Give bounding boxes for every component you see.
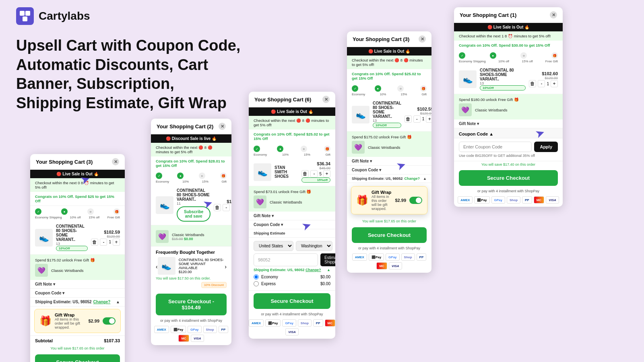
cart1-countdown: Checkout within the next 0 8 ⏰ minutes t… [30, 178, 125, 192]
cart5-coupon-section: Apply Use code BIG35OFF to GET additiona… [454, 138, 563, 161]
cart1-gift-note[interactable]: Gift Note ▾ [30, 280, 125, 289]
gift-icon: 🎁 [39, 315, 52, 327]
hero-title: Upsell Cart with Coupon Code, Automatic … [16, 36, 242, 113]
cart4-close[interactable]: ✕ [419, 35, 426, 43]
subscribe-btn[interactable]: Subscribe and save [177, 206, 211, 222]
trash-btn3[interactable]: 🗑 [301, 170, 309, 177]
step4: 🎁 [114, 208, 120, 215]
cart3-progress: ✓ ● ○ 🎁 Economy 10% 15% Gift [249, 143, 335, 158]
cart4-upsell: Spend $175.02 unlock Free Gift 🎁 💜 Class… [347, 132, 431, 157]
visa2: VISA [191, 335, 204, 342]
step1: ✓ [35, 208, 41, 215]
cart1-item: 👟 CONTINENTAL 80 SHOES-SOME VARIANT.. 13… [30, 221, 125, 255]
cart2-progress: ✓ ● ○ 🎁 Economy 10% 15% Gift [151, 170, 231, 185]
zip-input[interactable] [254, 253, 318, 266]
qty-minus3[interactable]: - [310, 170, 318, 177]
pp2: PP [219, 326, 229, 333]
cart2-live-banner: 🔴 Discount Sale is live 🔥 [151, 134, 231, 143]
coupon-hint: Use code BIG35OFF to GET additional 35% … [459, 154, 558, 158]
minus4[interactable]: - [413, 115, 421, 123]
qty-minus[interactable]: - [100, 239, 107, 246]
cart5-live-banner: 🔴 Live Sale is Out 🔥 [454, 23, 563, 31]
cart3-countdown: Checkout within the next 🔴 8 🔴 minutes t… [249, 116, 335, 130]
coupon-input[interactable] [459, 142, 532, 152]
cart4-progress: ✓ ● ○ 🎁 Economy 10% 15% Gift [347, 83, 431, 98]
estimate-btn[interactable]: Estimate Shipping [320, 253, 335, 266]
cart4-header: Your Shopping Cart (3) ✕ [347, 31, 431, 47]
cart5-countdown: Checkout within the next 1 8 ⏰ minutes t… [454, 31, 563, 41]
upsell-img: 💜 [35, 264, 48, 277]
fb-item-img: 👟 [158, 257, 175, 275]
cart1-progress: ✓ ● ○ 🎁 Economy Shipping 10% off 15% off… [30, 206, 125, 221]
cart3-coupon[interactable]: Coupon Code ▾ [249, 220, 335, 229]
cart1-close[interactable]: ✕ [112, 158, 119, 165]
cart4-live-banner: 🔴 Live Sale is Out 🔥 [347, 47, 431, 56]
express-radio[interactable] [254, 281, 259, 286]
cart4-coupon[interactable]: Coupon Code ▾ [347, 166, 431, 175]
trash4[interactable]: 🗑 [405, 115, 412, 123]
plus4[interactable]: + [426, 115, 431, 123]
qty-plus[interactable]: + [113, 239, 120, 246]
cart2-fb: Frequently Bought Together ‹ 👟 CONTINENT… [151, 246, 231, 291]
cart3-shipping: United States Washington Estimate Shippi… [249, 238, 335, 291]
cart1-gift-wrap: 🎁 Gift Wrap All items in this order will… [34, 309, 121, 333]
cart4-checkout-btn[interactable]: Secure Checkout [352, 227, 427, 243]
cart1-live-banner: 🔴 Live Sale is Out 🔥 [30, 170, 125, 178]
gift-wrap-toggle4[interactable] [409, 197, 422, 204]
shop2: Shop [203, 326, 217, 333]
cart2-payment: AMEX ⬛Pay GPay Shop PP MC VISA [151, 324, 231, 345]
cart1-header: Your Shopping Cart (3) ✕ [30, 154, 125, 170]
cart5-checkout-btn[interactable]: Secure Checkout [459, 170, 558, 186]
cart5-close[interactable]: ✕ [550, 11, 557, 19]
cart4-gift-note[interactable]: Gift Note ▾ [347, 157, 431, 166]
shipping-country[interactable]: United States [254, 241, 293, 251]
cart4-congrats: Congrats on 10% Off. Spend $25.02 to get… [347, 69, 431, 83]
qty-minus2[interactable]: - [223, 204, 230, 211]
cart1-subtotal: Subtotal $107.33 [30, 335, 125, 346]
cart2-checkout-btn[interactable]: Secure Checkout - $104.49 [156, 294, 227, 315]
economy-radio[interactable] [254, 274, 259, 280]
cart3-close[interactable]: ✕ [322, 96, 330, 103]
cart1-checkout-btn[interactable]: Secure Checkout [35, 354, 120, 362]
cart-widget-1: Your Shopping Cart (3) ✕ 🔴 Live Sale is … [30, 154, 125, 362]
trash-btn2[interactable]: 🗑 [214, 204, 221, 211]
coupon-apply-btn[interactable]: Apply [534, 142, 558, 152]
cart5-upsell: Spend $180.00 unlock Free Gift 🎁 💜 Class… [454, 94, 563, 119]
mc2: MC [178, 335, 189, 342]
cart3-checkout-btn[interactable]: Secure Checkout [254, 293, 330, 309]
trash5[interactable]: 🗑 [529, 80, 536, 87]
cart5-gift-note[interactable]: Gift Note ▾ [454, 119, 563, 128]
cart-widget-3: Your Shopping Cart (6) ✕ 🔴 Live Sale is … [249, 92, 335, 339]
cart5-payment: AMEX ⬛Pay GPay Shop PP MC VISA [454, 195, 563, 207]
plus5[interactable]: + [551, 80, 558, 87]
trash-btn[interactable]: 🗑 [91, 239, 98, 246]
cart1-coupon[interactable]: Coupon Code ▾ [30, 289, 125, 298]
cart4-title: Your Shopping Cart (3) [353, 36, 409, 42]
cart3-upsell: Spend $73.01 unlock Free Gift 🎁 💜 Classi… [249, 186, 335, 212]
fb-next[interactable]: › [225, 263, 227, 270]
cart1-savings: You will save $17.65 on this order [30, 346, 125, 352]
cart1-upsell: Spend $175.02 unlock Free Gift 🎁 💜 Class… [30, 255, 125, 280]
cart5-coupon-header[interactable]: Coupon Code ▲ [454, 128, 563, 138]
cart2-countdown: Checkout within the next 🔴 8 🔴 minutes t… [151, 143, 231, 156]
cart2-header: Your Shopping Cart (2) ✕ [151, 119, 231, 134]
cart3-live-banner: 🔴 Live Sale is Out 🔥 [249, 107, 335, 116]
hero-section: Upsell Cart with Coupon Code, Automatic … [0, 32, 258, 121]
logo-icon [16, 7, 34, 25]
cart3-gift-note[interactable]: Gift Note ▾ [249, 212, 335, 220]
cart1-title: Your Shopping Cart (3) [36, 159, 93, 165]
apple2: ⬛Pay [171, 326, 186, 333]
qty-plus3[interactable]: + [323, 170, 330, 177]
cart1-congrats: Congrats on 10% Off. Spend $25 to get 15… [30, 192, 125, 206]
cart1-item-info: CONTINENTAL 80 SHOES-SOME VARIANT.. 13 1… [56, 224, 88, 251]
cart3-payment: AMEX ⬛Pay GPay Shop PP MC VISA [249, 318, 335, 339]
cart5-progress: ✓ ● ○ 🎁 Economy Shipping 10% off 15% off… [454, 50, 563, 65]
minus5[interactable]: - [538, 80, 545, 87]
cart4-payment: AMEX ⬛Pay GPay Shop PP MC VISA [347, 252, 431, 273]
cart2-title: Your Shopping Cart (2) [157, 123, 213, 130]
shipping-state[interactable]: Washington [296, 241, 332, 251]
gift-wrap-toggle[interactable] [103, 317, 116, 325]
cart4-item: 👟 CONTINENTAL 80 SHOES-SOME VARIANT.. 13… [347, 98, 431, 132]
upsell-img2: 💜 [156, 230, 169, 243]
cart2-close[interactable]: ✕ [219, 123, 226, 130]
